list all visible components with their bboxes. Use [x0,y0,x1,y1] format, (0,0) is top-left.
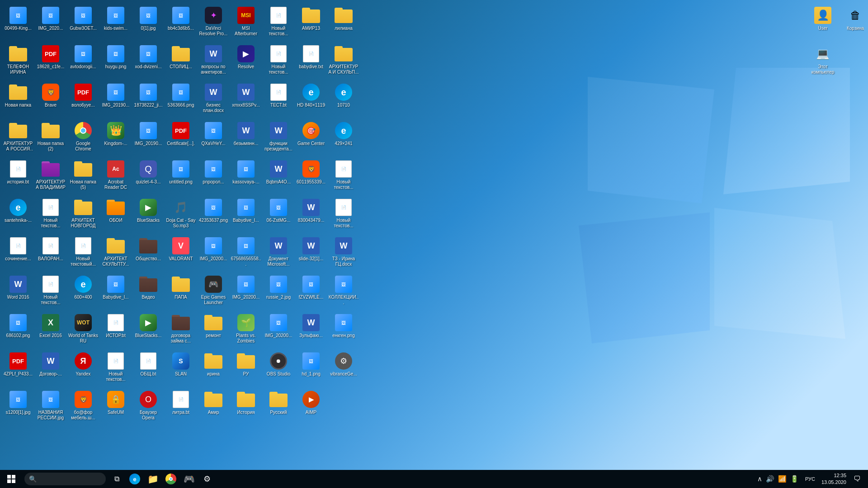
desktop-icon-i49[interactable]: Q quizlet-4-3... [132,157,165,196]
desktop-icon-i69[interactable]: 📄 Новый текстовый... [67,234,99,272]
desktop-icon-i84[interactable]: 🎮 Epic Games Launcher [197,272,230,311]
desktop-icon-i44[interactable]: e 429×241 [327,119,360,157]
desktop-icon-i55[interactable]: 📄 Новый текстов... [327,157,360,196]
tray-icons[interactable]: ∧ 🔊 📶 🔋 [754,475,802,483]
desktop-icon-i40[interactable]: 🖼 QXaVHeY... [197,119,230,157]
desktop-icon-i109[interactable]: 🖼 hd_1.png [295,349,327,388]
desktop-icon-i115[interactable]: O Браузер Opera [132,388,165,423]
desktop-icon-i36[interactable]: Google Chrome [67,119,99,157]
desktop-icon-i34[interactable]: АРХИТЕКТУРА РОССИЯ И... [2,119,34,157]
desktop-icon-i27[interactable]: 🖼 18738222_ji... [132,80,165,119]
desktop-icon-i106[interactable]: ирина [197,349,230,388]
desktop-icon-i19[interactable]: ▶ Resolve [230,42,262,80]
desktop-icon-i17[interactable]: СТОЛИЦ... [165,42,197,80]
desktop-icon-i48[interactable]: Ac Acrobat Reader DC [99,157,132,196]
desktop-icon-i74[interactable]: 🖼 67568656558... [230,234,262,272]
desktop-icon-i29[interactable]: W бизнес план.docx [197,80,230,119]
desktop-icon-i118[interactable]: История [230,388,262,423]
desktop-icon-i5[interactable]: 🖼 0[1].jpg [132,4,165,42]
desktop-icon-i54[interactable]: 🦁 6011955339... [295,157,327,196]
desktop-icon-i39[interactable]: PDF Certificate[...]. [165,119,197,157]
desktop-icon-i35[interactable]: Новая папка (2) [34,119,67,157]
desktop-icon-i43[interactable]: 🎯 Game Center [295,119,327,157]
desktop-icon-i113[interactable]: 🦁 бо@фор мебель.ш... [67,388,99,423]
desktop-icon-i6[interactable]: 🖼 bb4c3d6b5... [165,4,197,42]
desktop-icon-i98[interactable]: W Зульфаю... [295,311,327,349]
desktop-icon-i96[interactable]: 🌱 Plants vs. Zombies [230,311,262,349]
desktop-icon-i104[interactable]: 📄 ОБЩ.bt [132,349,165,388]
desktop-icon-i92[interactable]: 📄 ИСТОР.bt [99,311,132,349]
start-button[interactable] [0,470,23,488]
desktop-icon-i51[interactable]: 🖼 pnророл... [197,157,230,196]
desktop-icon-i33[interactable]: e 10710 [327,80,360,119]
desktop-icon-i60[interactable]: ▶ BlueStacks [132,196,165,234]
desktop-icon-i90[interactable]: X Excel 2016 [34,311,67,349]
desktop-icon-i75[interactable]: W Документ Microsoft... [262,234,295,272]
desktop-icon-i47[interactable]: Новая папка (5) [67,157,99,196]
taskbar-steam[interactable]: 🎮 [180,470,198,488]
desktop-icon-i93[interactable]: ▶ BlueStacks... [132,311,165,349]
desktop-icon-i95[interactable]: ремонт [197,311,230,349]
task-view-button[interactable]: ⧉ [108,470,126,488]
desktop-icon-i50[interactable]: 🖼 untitled.png [165,157,197,196]
desktop-icon-i105[interactable]: S SLAN [165,349,197,388]
desktop-icon-i103[interactable]: 📄 Новый текстов... [99,349,132,388]
tray-up-arrow[interactable]: ∧ [757,475,762,483]
desktop-icon-i99[interactable]: 🖼 енкген.png [327,311,360,349]
desktop-icon-i63[interactable]: 🖼 Babydive_I... [230,196,262,234]
desktop-icon-i65[interactable]: W 830043479... [295,196,327,234]
desktop-icon-i25[interactable]: PDF воло6уye... [67,80,99,119]
desktop-icon-right-r2[interactable]: 🗑 Корзина [839,4,868,42]
desktop-icon-i111[interactable]: 🖼 s1200[1].jpg [2,388,34,423]
desktop-icon-i101[interactable]: W Договор-... [34,349,67,388]
desktop-icon-i24[interactable]: 🦁 Brave [34,80,67,119]
desktop-icon-i88[interactable]: 🖼 КОЛЛЕКЦИИ... [327,272,360,311]
desktop-icon-i71[interactable]: Общество... [132,234,165,272]
desktop-icon-i114[interactable]: 🔒 SafeUM [99,388,132,423]
desktop-icon-i30[interactable]: W xmxx8SSPv... [230,80,262,119]
desktop-icon-i80[interactable]: e 600×400 [67,272,99,311]
desktop-icon-i86[interactable]: 🖼 russie_2.jpg [262,272,295,311]
desktop-icon-i112[interactable]: 🖼 НАЗВАНИЯ РECСИИ.jpg [34,388,67,423]
desktop-icon-i2[interactable]: 🖼 IMG_2020... [34,4,67,42]
desktop-icon-i108[interactable]: ⏺ OBS Studio [262,349,295,388]
desktop-icon-i18[interactable]: W вопросы по анкетиров... [197,42,230,80]
desktop-icon-i28[interactable]: 🖼 5363666.png [165,80,197,119]
desktop-icon-i117[interactable]: Амир [197,388,230,423]
desktop-icon-i64[interactable]: 🖼 06-ZstMG... [262,196,295,234]
taskbar-clock[interactable]: 12:35 13.05.2020 [818,472,850,486]
desktop-icon-i20[interactable]: 📄 Новый текстов... [262,42,295,80]
desktop-icon-i110[interactable]: ⚙ vibranceGe... [327,349,360,388]
desktop-icon-i94[interactable]: договора займа с... [165,311,197,349]
desktop-icon-i46[interactable]: АРХИТЕКТУРА ВЛАДИМИР [34,157,67,196]
desktop-icon-i7[interactable]: ✦ DaVinci Resolve Pro... [197,4,230,42]
desktop-icon-i3[interactable]: 🖼 Gubw3OET... [67,4,99,42]
desktop-icon-i52[interactable]: 🖼 kassovaya-... [230,157,262,196]
desktop-icon-i62[interactable]: 🖼 42353637.png [197,196,230,234]
desktop-icon-i4[interactable]: 🖼 kids-swim... [99,4,132,42]
desktop-icon-i38[interactable]: 🖼 IMG_20190... [132,119,165,157]
taskbar-search[interactable]: 🔍 [24,473,106,485]
desktop-icon-i56[interactable]: e santehnika-... [2,196,34,234]
desktop-icon-i70[interactable]: АРХИТЕКТ СКУЛЬПТУ... [99,234,132,272]
desktop-icon-i58[interactable]: АРХИТЕКТ НОВГОРОД [67,196,99,234]
desktop-icon-right-r1[interactable]: 👤 User [807,4,839,42]
desktop-icon-i23[interactable]: Новая папка [2,80,34,119]
desktop-icon-i57[interactable]: 📄 Новый текстов... [34,196,67,234]
desktop-icon-i119[interactable]: Русский [262,388,295,423]
desktop-icon-i42[interactable]: W функции президента... [262,119,295,157]
desktop-icon-i72[interactable]: V VALORANT [165,234,197,272]
desktop-icon-i45[interactable]: 📄 история.bt [2,157,34,196]
desktop-icon-i81[interactable]: 🖼 Babydive_l... [99,272,132,311]
desktop-icon-i16[interactable]: 🖼 xod-dvizeni... [132,42,165,80]
desktop-icon-i8[interactable]: MSI MSI Afterburner [230,4,262,42]
desktop-icon-i97[interactable]: 🖼 IMG_20200... [262,311,295,349]
desktop-icon-i100[interactable]: PDF 4ZPLf_P433... [2,349,34,388]
desktop-icon-i91[interactable]: WOT World of Tanks RU [67,311,99,349]
desktop-icon-i1[interactable]: 🖼 00499-King... [2,4,34,42]
desktop-icon-i12[interactable]: ТЕЛЕФОН ИРИНА [2,42,34,80]
desktop-icon-i102[interactable]: Я Yandex [67,349,99,388]
desktop-icon-i79[interactable]: 📄 Новый текстов... [34,272,67,311]
taskbar-explorer[interactable]: 📁 [144,470,162,488]
taskbar-edge[interactable]: e [126,470,144,488]
